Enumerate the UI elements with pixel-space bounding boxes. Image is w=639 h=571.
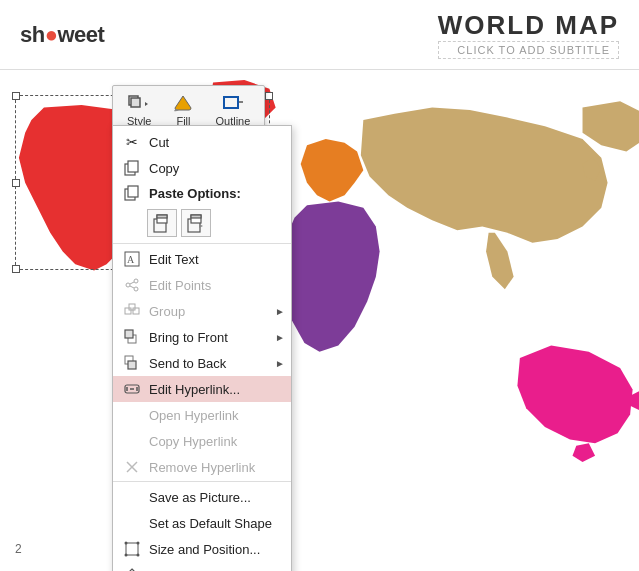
menu-item-cut[interactable]: ✂ Cut xyxy=(113,129,291,155)
menu-item-copy[interactable]: Copy xyxy=(113,155,291,181)
menu-item-edit-points[interactable]: Edit Points xyxy=(113,272,291,298)
edit-points-icon xyxy=(123,276,141,294)
size-position-icon xyxy=(123,540,141,558)
slide-title-area: World Map Click to add subtitle xyxy=(438,10,619,59)
group-arrow: ► xyxy=(275,306,285,317)
format-shape-label: Format Shape... xyxy=(149,568,242,572)
menu-item-open-hyperlink[interactable]: Open Hyperlink xyxy=(113,402,291,428)
send-to-back-icon xyxy=(123,354,141,372)
svg-rect-7 xyxy=(128,186,138,197)
svg-rect-21 xyxy=(125,308,131,314)
style-icon xyxy=(127,93,151,113)
save-as-picture-label: Save as Picture... xyxy=(149,490,251,505)
copy-hyperlink-icon xyxy=(123,432,141,450)
svg-point-38 xyxy=(137,554,140,557)
copy-hyperlink-label: Copy Hyperlink xyxy=(149,434,237,449)
svg-rect-34 xyxy=(126,543,138,555)
svg-point-17 xyxy=(134,279,138,283)
svg-line-19 xyxy=(130,282,134,284)
edit-hyperlink-label: Edit Hyperlink... xyxy=(149,382,240,397)
bring-to-front-icon xyxy=(123,328,141,346)
tasmania-region[interactable] xyxy=(573,443,596,462)
paste-header-icon xyxy=(123,184,141,202)
svg-line-20 xyxy=(130,286,134,288)
australia-region[interactable] xyxy=(517,346,632,444)
slide-main-title: World Map xyxy=(438,10,619,41)
menu-item-send-to-back[interactable]: Send to Back ► xyxy=(113,350,291,376)
paste-icon-2[interactable] xyxy=(181,209,211,237)
outline-icon xyxy=(221,93,245,113)
svg-rect-5 xyxy=(128,161,138,172)
russia-region[interactable] xyxy=(583,101,639,151)
send-to-back-label: Send to Back xyxy=(149,356,226,371)
paste-options-header: Paste Options: xyxy=(113,181,291,205)
asia-region[interactable] xyxy=(361,108,608,243)
menu-item-size-and-position[interactable]: Size and Position... xyxy=(113,536,291,562)
remove-hyperlink-label: Remove Hyperlink xyxy=(149,460,255,475)
group-icon xyxy=(123,302,141,320)
svg-rect-27 xyxy=(128,361,136,369)
menu-item-edit-hyperlink[interactable]: Edit Hyperlink... xyxy=(113,376,291,402)
paste-icon-1[interactable] xyxy=(147,209,177,237)
logo-o: ● xyxy=(45,22,58,47)
copy-label: Copy xyxy=(149,161,179,176)
cut-label: Cut xyxy=(149,135,169,150)
set-default-label: Set as Default Shape xyxy=(149,516,272,531)
se-asia-region[interactable] xyxy=(486,233,514,289)
edit-hyperlink-icon xyxy=(123,380,141,398)
paste-options-icons xyxy=(113,205,291,244)
menu-item-copy-hyperlink[interactable]: Copy Hyperlink xyxy=(113,428,291,454)
cut-icon: ✂ xyxy=(123,133,141,151)
group-label: Group xyxy=(149,304,185,319)
paste-options-label-text: Paste Options: xyxy=(149,186,241,201)
format-shape-icon xyxy=(123,566,141,571)
svg-rect-23 xyxy=(129,304,135,310)
map-container[interactable]: 2 xyxy=(0,70,639,571)
context-menu: ✂ Cut Copy Paste Options: xyxy=(112,125,292,571)
svg-rect-2 xyxy=(224,97,238,108)
slide-area: sh●weet World Map Click to add subtitle xyxy=(0,0,639,571)
menu-item-group[interactable]: Group ► xyxy=(113,298,291,324)
svg-point-16 xyxy=(126,283,130,287)
open-hyperlink-label: Open Hyperlink xyxy=(149,408,239,423)
bring-to-front-arrow: ► xyxy=(275,332,285,343)
world-map-svg xyxy=(0,70,639,571)
bring-to-front-label: Bring to Front xyxy=(149,330,228,345)
menu-item-set-default-shape[interactable]: Set as Default Shape xyxy=(113,510,291,536)
slide-number: 2 xyxy=(15,542,22,556)
menu-item-format-shape[interactable]: Format Shape... xyxy=(113,562,291,571)
remove-hyperlink-icon xyxy=(123,458,141,476)
send-to-back-arrow: ► xyxy=(275,358,285,369)
menu-item-save-as-picture[interactable]: Save as Picture... xyxy=(113,484,291,510)
toolbar-fill-btn[interactable]: Fill xyxy=(165,90,201,130)
edit-points-label: Edit Points xyxy=(149,278,211,293)
save-as-picture-icon xyxy=(123,488,141,506)
menu-item-edit-text[interactable]: A Edit Text xyxy=(113,246,291,272)
size-position-label: Size and Position... xyxy=(149,542,260,557)
svg-point-18 xyxy=(134,287,138,291)
svg-text:A: A xyxy=(127,254,135,265)
svg-point-36 xyxy=(137,542,140,545)
svg-point-35 xyxy=(125,542,128,545)
toolbar-style-btn[interactable]: Style xyxy=(121,90,157,130)
open-hyperlink-icon xyxy=(123,406,141,424)
logo: sh●weet xyxy=(20,22,104,48)
slide-subtitle[interactable]: Click to add subtitle xyxy=(438,41,619,59)
edit-text-icon: A xyxy=(123,250,141,268)
africa-region[interactable] xyxy=(282,202,380,352)
set-default-icon xyxy=(123,514,141,532)
edit-text-label: Edit Text xyxy=(149,252,199,267)
svg-rect-1 xyxy=(131,98,140,107)
copy-icon xyxy=(123,159,141,177)
svg-rect-13 xyxy=(191,215,201,218)
svg-rect-10 xyxy=(157,215,167,218)
top-bar: sh●weet World Map Click to add subtitle xyxy=(0,0,639,70)
toolbar-outline-btn[interactable]: Outline xyxy=(209,90,256,130)
menu-item-bring-to-front[interactable]: Bring to Front ► xyxy=(113,324,291,350)
fill-icon xyxy=(171,93,195,113)
svg-rect-25 xyxy=(125,330,133,338)
svg-rect-22 xyxy=(133,308,139,314)
menu-item-remove-hyperlink[interactable]: Remove Hyperlink xyxy=(113,454,291,482)
europe-region[interactable] xyxy=(301,139,364,202)
svg-point-37 xyxy=(125,554,128,557)
